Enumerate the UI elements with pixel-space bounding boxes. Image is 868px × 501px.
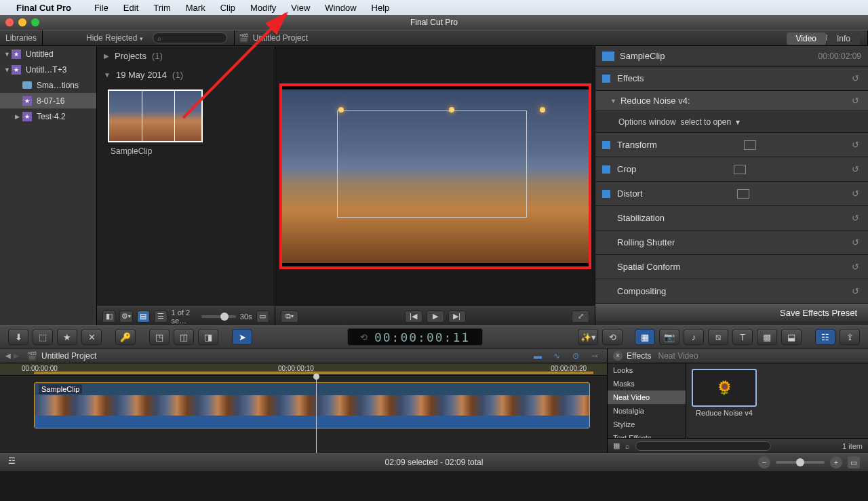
- reset-icon[interactable]: ↺: [849, 163, 861, 176]
- inspector-section[interactable]: Compositing↺: [595, 279, 868, 304]
- browser-search[interactable]: ⌕: [153, 33, 227, 43]
- tool-icon[interactable]: [734, 165, 746, 174]
- titles-button[interactable]: T: [732, 329, 753, 345]
- effects-browser-button[interactable]: ▦: [635, 329, 655, 345]
- reset-icon[interactable]: ↺: [849, 261, 861, 273]
- timeline-index-button[interactable]: ☲: [8, 456, 27, 468]
- menu-edit[interactable]: Edit: [123, 3, 138, 13]
- tab-video[interactable]: Video: [787, 33, 826, 45]
- checkbox-icon[interactable]: [602, 190, 610, 198]
- connect-button[interactable]: ◳: [149, 329, 170, 345]
- effects-category[interactable]: Stylize: [608, 418, 686, 431]
- enhance-button[interactable]: ✨▾: [578, 329, 598, 345]
- keyword-editor-button[interactable]: 🔑: [115, 329, 136, 345]
- inspector-section[interactable]: Distort↺: [595, 182, 868, 206]
- timeline-index-button[interactable]: ☷: [815, 329, 835, 345]
- favorite-button[interactable]: ★: [57, 329, 77, 345]
- tab-info[interactable]: Info: [827, 33, 860, 45]
- prev-edit-button[interactable]: |◀: [405, 310, 422, 323]
- event-header[interactable]: ▼ 19 May 2014 (1): [97, 65, 275, 84]
- retime-button[interactable]: ⟲: [602, 329, 623, 345]
- effects-category[interactable]: Text Effects: [608, 431, 686, 438]
- effect-item[interactable]: 🌻 Reduce Noise v4: [692, 369, 757, 417]
- arrow-tool-button[interactable]: ➤: [232, 329, 252, 345]
- inspector-section[interactable]: ▼Reduce Noise v4:↺: [595, 91, 868, 111]
- minimize-button[interactable]: [18, 18, 26, 26]
- inspector-section[interactable]: Rolling Shutter↺: [595, 231, 868, 255]
- list-view-button[interactable]: ☰: [154, 310, 167, 323]
- close-effects-button[interactable]: ×: [613, 351, 623, 361]
- reset-icon[interactable]: ↺: [849, 237, 861, 249]
- timeline-body[interactable]: SampleClip: [0, 376, 607, 453]
- menu-view[interactable]: View: [291, 3, 310, 13]
- transform-tool-button[interactable]: ⧉▾: [281, 310, 298, 323]
- menu-trim[interactable]: Trim: [153, 3, 171, 13]
- append-button[interactable]: ◨: [198, 329, 218, 345]
- library-item[interactable]: ★8-07-16: [0, 93, 96, 108]
- solo-button[interactable]: ⊙: [569, 351, 583, 361]
- timeline-clip[interactable]: SampleClip: [34, 382, 590, 428]
- reset-icon[interactable]: ↺: [849, 285, 861, 298]
- effects-category[interactable]: Looks: [608, 363, 686, 377]
- timeline-ruler[interactable]: 00:00:00:00 00:00:00:10 00:00:00:20: [0, 363, 607, 376]
- zoom-button[interactable]: [31, 18, 39, 26]
- next-edit-button[interactable]: ▶|: [448, 310, 466, 323]
- playhead[interactable]: [316, 376, 317, 453]
- inspector-section[interactable]: Stabilization↺: [595, 206, 868, 231]
- save-effects-preset-button[interactable]: Save Effects Preset: [595, 304, 868, 321]
- checkbox-icon[interactable]: [602, 75, 610, 83]
- timeline-fwd-button[interactable]: ▶: [14, 352, 19, 359]
- share-button[interactable]: ⇪: [840, 329, 860, 345]
- tool-icon[interactable]: [737, 189, 749, 199]
- skimming-button[interactable]: ▬: [531, 351, 545, 361]
- menu-help[interactable]: Help: [372, 3, 390, 13]
- viewer-canvas[interactable]: [275, 46, 595, 306]
- library-item[interactable]: ▼★Untitl…T+3: [0, 62, 96, 77]
- zoom-slider[interactable]: [776, 461, 825, 464]
- fullscreen-button[interactable]: ⤢: [572, 310, 589, 323]
- clip-appearance-button[interactable]: ▭: [848, 456, 860, 468]
- library-item[interactable]: ▼★Untitled: [0, 46, 96, 62]
- option-value[interactable]: select to open ▾: [680, 117, 739, 127]
- checkbox-icon[interactable]: [602, 165, 610, 174]
- filter-button[interactable]: ◧: [102, 310, 115, 323]
- inspector-option-row[interactable]: Options window select to open ▾: [595, 111, 868, 133]
- grid-view-button[interactable]: ▦: [613, 441, 620, 450]
- library-item[interactable]: ▶★Test-4.2: [0, 108, 96, 124]
- inspector-section[interactable]: Transform↺: [595, 133, 868, 157]
- crop-overlay[interactable]: [337, 111, 527, 218]
- menu-clip[interactable]: Clip: [220, 3, 235, 13]
- zoom-out-button[interactable]: −: [758, 456, 770, 468]
- timecode-display[interactable]: ⟲ 00:00:00:11: [347, 328, 483, 346]
- transitions-button[interactable]: ⧅: [708, 329, 728, 345]
- reset-icon[interactable]: ↺: [849, 73, 861, 85]
- close-button[interactable]: [5, 18, 14, 26]
- library-item[interactable]: Sma…tions: [0, 77, 96, 93]
- themes-button[interactable]: ⬓: [781, 329, 802, 345]
- reset-icon[interactable]: ↺: [849, 212, 861, 224]
- effects-category[interactable]: Nostalgia: [608, 404, 686, 418]
- thumb-size-slider[interactable]: [201, 315, 236, 318]
- audio-skimming-button[interactable]: ∿: [550, 351, 564, 361]
- zoom-in-button[interactable]: +: [830, 456, 842, 468]
- reject-button[interactable]: ✕: [81, 329, 102, 345]
- generators-button[interactable]: ▩: [757, 329, 777, 345]
- gear-button[interactable]: ⚙▾: [119, 310, 132, 323]
- keyword-button[interactable]: ⬚: [33, 329, 53, 345]
- reset-icon[interactable]: ↺: [849, 188, 861, 200]
- filmstrip-view-button[interactable]: ▤: [137, 310, 150, 323]
- music-browser-button[interactable]: ♪: [684, 329, 704, 345]
- import-button[interactable]: ⬇: [8, 329, 28, 345]
- snapping-button[interactable]: ⤙: [588, 351, 601, 361]
- inspector-section[interactable]: Effects↺: [595, 66, 868, 91]
- hide-rejected-dropdown[interactable]: Hide Rejected ▾: [81, 33, 149, 43]
- inspector-section[interactable]: Spatial Conform↺: [595, 255, 868, 279]
- projects-header[interactable]: ▶ Projects (1): [97, 46, 275, 65]
- clip-appearance-button[interactable]: ▭: [256, 310, 269, 323]
- reset-icon[interactable]: ↺: [849, 139, 861, 151]
- menu-modify[interactable]: Modify: [250, 3, 276, 13]
- effects-category[interactable]: Masks: [608, 377, 686, 390]
- inspector-section[interactable]: Crop↺: [595, 157, 868, 182]
- app-name[interactable]: Final Cut Pro: [16, 3, 71, 13]
- insert-button[interactable]: ◫: [174, 329, 194, 345]
